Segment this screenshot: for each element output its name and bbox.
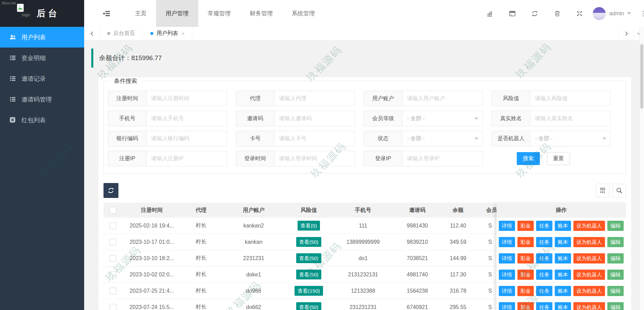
select-all-checkbox[interactable] [110, 207, 116, 214]
action-button-设为机器人[interactable]: 设为机器人 [573, 286, 605, 296]
row-checkbox[interactable] [110, 255, 116, 262]
action-button-账本[interactable]: 账本 [555, 237, 571, 247]
field-input[interactable] [535, 115, 606, 122]
action-button-账本[interactable]: 账本 [555, 221, 571, 231]
risk-view-button[interactable]: 查看(0) [298, 221, 320, 231]
search-form-row: 银行编码卡号状态- 全部 -是否机器人- 全部 - [106, 131, 624, 146]
top-nav-item[interactable]: 用户管理 [156, 0, 198, 27]
action-button-设为机器人[interactable]: 设为机器人 [573, 221, 605, 231]
tabs-scroll-left-icon[interactable] [84, 27, 100, 40]
top-nav-item[interactable]: 主页 [126, 0, 156, 27]
tabs-scroll-right-icon[interactable] [618, 27, 634, 40]
menu-collapse-icon[interactable] [102, 9, 111, 18]
columns-filter-icon[interactable] [596, 184, 609, 197]
field-input[interactable] [279, 95, 350, 102]
row-checkbox[interactable] [110, 271, 116, 278]
action-button-设为机器人[interactable]: 设为机器人 [573, 237, 605, 247]
action-button-彩金[interactable]: 彩金 [517, 237, 534, 247]
reset-button[interactable]: 重置 [547, 152, 570, 165]
action-button-彩金[interactable]: 彩金 [517, 253, 534, 263]
action-button-编辑[interactable]: 编辑 [607, 237, 624, 247]
field-input[interactable] [535, 95, 606, 102]
sidebar-item-label: 邀请码管理 [21, 95, 52, 104]
action-button-设为机器人[interactable]: 设为机器人 [573, 302, 605, 310]
action-button-账本[interactable]: 账本 [555, 270, 571, 280]
user-name[interactable]: admin [609, 11, 624, 17]
action-button-编辑[interactable]: 编辑 [607, 270, 624, 280]
scrollbar-thumb[interactable] [640, 44, 643, 109]
action-button-编辑[interactable]: 编辑 [607, 302, 624, 310]
kebab-menu-icon[interactable]: ⋮ [640, 10, 644, 17]
action-button-详情[interactable]: 详情 [499, 302, 515, 310]
top-nav-item[interactable]: 常规管理 [198, 0, 240, 27]
action-button-彩金[interactable]: 彩金 [517, 302, 534, 310]
field-input[interactable] [151, 115, 222, 122]
users-icon [9, 34, 16, 41]
search-button[interactable]: 搜索 [517, 152, 540, 165]
field-select[interactable]: - 全部 - [530, 131, 611, 146]
action-button-编辑[interactable]: 编辑 [607, 253, 624, 263]
action-button-任务[interactable]: 任务 [536, 221, 552, 231]
action-button-设为机器人[interactable]: 设为机器人 [573, 253, 605, 263]
action-button-任务[interactable]: 任务 [536, 237, 552, 247]
field-input[interactable] [279, 115, 350, 122]
tab-item[interactable]: 后台首页 [100, 27, 143, 40]
action-button-详情[interactable]: 详情 [499, 221, 515, 231]
tab-item[interactable]: 用户列表× [143, 27, 192, 40]
user-dropdown-caret-icon[interactable] [627, 12, 631, 15]
action-button-账本[interactable]: 账本 [555, 302, 571, 310]
trash-icon[interactable] [546, 0, 568, 27]
action-button-彩金[interactable]: 彩金 [517, 286, 534, 296]
top-nav-item[interactable]: 财务管理 [240, 0, 282, 27]
risk-view-button[interactable]: 查看(50) [296, 302, 322, 310]
risk-view-button[interactable]: 查看(50) [296, 270, 322, 279]
field-input[interactable] [407, 156, 478, 162]
action-button-编辑[interactable]: 编辑 [607, 221, 624, 231]
user-avatar[interactable] [593, 7, 606, 20]
sidebar-item[interactable]: 红包列表 [0, 110, 84, 130]
risk-view-button[interactable]: 查看(50) [296, 253, 322, 263]
row-checkbox[interactable] [110, 222, 116, 229]
action-button-详情[interactable]: 详情 [499, 237, 515, 247]
row-checkbox[interactable] [110, 304, 116, 310]
field-input[interactable] [151, 156, 222, 162]
tab-close-icon[interactable]: × [182, 31, 185, 36]
action-button-编辑[interactable]: 编辑 [607, 286, 624, 296]
field-input[interactable] [279, 156, 350, 162]
row-checkbox[interactable] [110, 288, 116, 294]
magnifier-icon[interactable] [612, 184, 626, 197]
sidebar-item[interactable]: 资金明细 [0, 48, 84, 68]
field-select[interactable]: - 全部 - [402, 131, 483, 146]
action-button-账本[interactable]: 账本 [555, 286, 571, 296]
action-button-彩金[interactable]: 彩金 [517, 270, 534, 280]
field-select[interactable]: - 全部 - [402, 111, 483, 126]
field-input[interactable] [407, 95, 478, 102]
field-input[interactable] [151, 135, 222, 142]
refresh-icon[interactable] [524, 0, 546, 27]
sidebar-item[interactable]: 用户列表 [0, 27, 84, 48]
table-refresh-button[interactable] [103, 183, 118, 198]
page-scrollbar[interactable] [639, 27, 644, 310]
card-icon[interactable] [501, 0, 524, 27]
field-input[interactable] [279, 135, 350, 142]
action-button-详情[interactable]: 详情 [499, 286, 515, 296]
action-button-彩金[interactable]: 彩金 [517, 221, 534, 231]
action-button-详情[interactable]: 详情 [499, 253, 515, 263]
action-button-账本[interactable]: 账本 [555, 253, 571, 263]
field-input[interactable] [151, 95, 222, 102]
row-checkbox[interactable] [110, 239, 116, 245]
action-button-任务[interactable]: 任务 [536, 270, 552, 280]
action-button-设为机器人[interactable]: 设为机器人 [573, 270, 605, 280]
sidebar-item[interactable]: 邀请记录 [0, 68, 84, 89]
action-button-任务[interactable]: 任务 [536, 253, 552, 263]
risk-view-button[interactable]: 查看(150) [295, 286, 323, 296]
fullscreen-icon[interactable] [568, 0, 591, 27]
sidebar-item[interactable]: 邀请码管理 [0, 89, 84, 110]
action-button-任务[interactable]: 任务 [536, 286, 552, 296]
risk-view-button[interactable]: 查看(50) [296, 237, 322, 247]
action-button-详情[interactable]: 详情 [499, 270, 515, 280]
top-nav-item[interactable]: 系统管理 [282, 0, 324, 27]
action-button-任务[interactable]: 任务 [536, 302, 552, 310]
toolbar-right-icons [593, 184, 626, 197]
chart-icon[interactable] [479, 0, 501, 27]
